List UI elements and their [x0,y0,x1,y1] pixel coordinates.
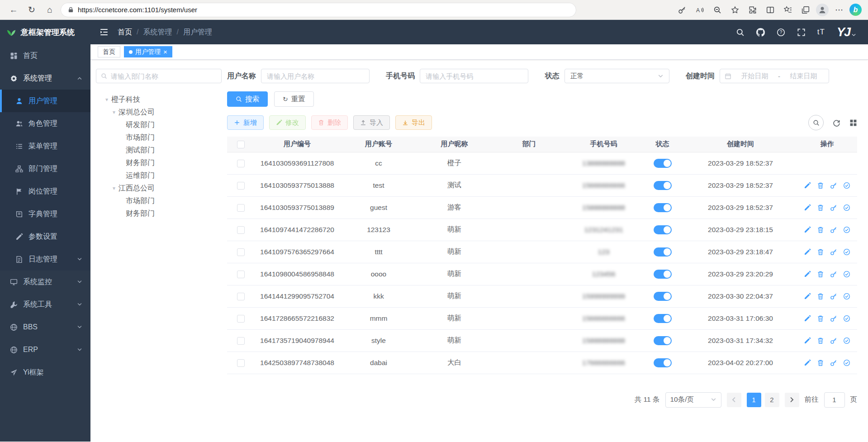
favorites-icon[interactable] [781,3,795,17]
tree-node[interactable]: 研发部门 [96,119,222,131]
reset-password-icon[interactable] [830,226,837,233]
edit-icon[interactable] [804,337,811,344]
date-range-picker[interactable]: 开始日期 - 结束日期 [720,69,829,83]
status-toggle[interactable] [654,225,672,234]
sidebar-item-erp[interactable]: ERP [0,338,90,361]
collapse-sidebar-icon[interactable] [100,28,109,37]
status-toggle[interactable] [654,270,672,279]
github-icon[interactable] [756,28,765,37]
row-checkbox[interactable] [237,160,245,167]
reset-password-icon[interactable] [830,337,837,344]
back-icon[interactable]: ← [6,3,21,17]
close-icon[interactable]: × [163,48,167,55]
page-button-1[interactable]: 1 [747,393,761,407]
tree-node[interactable]: 测试部门 [96,144,222,157]
address-bar[interactable]: https://ccnetcore.com:1101/system/user [61,3,576,17]
assign-role-icon[interactable] [843,271,850,278]
fullscreen-icon[interactable] [797,28,806,37]
row-checkbox[interactable] [237,337,245,345]
edit-icon[interactable] [804,182,811,189]
refresh-table-button[interactable] [833,119,840,127]
reset-password-icon[interactable] [830,293,837,300]
edit-button[interactable]: 修改 [269,115,306,130]
status-toggle[interactable] [654,181,672,190]
assign-role-icon[interactable] [843,359,850,366]
split-screen-icon[interactable] [763,3,778,17]
status-toggle[interactable] [654,247,672,257]
status-select[interactable]: 正常 [564,69,669,83]
extensions-icon[interactable] [745,3,760,17]
page-size-select[interactable]: 10条/页 [665,392,721,408]
status-toggle[interactable] [654,159,672,168]
user-logo[interactable]: YJ [837,26,856,38]
reset-password-icon[interactable] [830,248,837,256]
reset-password-icon[interactable] [830,182,837,189]
reset-password-icon[interactable] [830,204,837,211]
search-button[interactable]: 搜索 [227,91,268,107]
read-aloud-icon[interactable]: A [693,3,707,17]
tree-node[interactable]: 财务部门 [96,207,222,220]
delete-icon[interactable] [817,359,824,366]
dept-search-input[interactable] [111,72,217,80]
sidebar-item-post[interactable]: 岗位管理 [0,180,90,203]
row-checkbox[interactable] [237,248,245,256]
sidebar-item-monitor[interactable]: 系统监控 [0,271,90,293]
zoom-icon[interactable] [710,3,725,17]
breadcrumb-item[interactable]: 首页 [118,28,132,37]
assign-role-icon[interactable] [843,204,850,211]
sidebar-item-user[interactable]: 用户管理 [0,90,90,112]
sidebar-item-dict[interactable]: 字典管理 [0,203,90,225]
page-button-2[interactable]: 2 [765,393,779,407]
row-checkbox[interactable] [237,271,245,278]
font-size-icon[interactable]: tT [817,28,825,37]
refresh-icon[interactable]: ↻ [24,3,39,17]
row-checkbox[interactable] [237,204,245,212]
reset-password-icon[interactable] [830,271,837,278]
toggle-search-button[interactable] [808,115,824,130]
caret-down-icon[interactable]: ▾ [102,97,111,102]
row-checkbox[interactable] [237,359,245,367]
sidebar-item-yi[interactable]: Yi框架 [0,361,90,384]
assign-role-icon[interactable] [843,315,850,322]
edit-icon[interactable] [804,293,811,300]
delete-icon[interactable] [817,182,824,189]
prev-page-button[interactable] [727,393,741,407]
sidebar-item-dept[interactable]: 部门管理 [0,157,90,180]
row-checkbox[interactable] [237,293,245,300]
status-toggle[interactable] [654,314,672,323]
edit-icon[interactable] [804,271,811,278]
delete-icon[interactable] [817,337,824,344]
tree-node[interactable]: 财务部门 [96,157,222,169]
row-checkbox[interactable] [237,182,245,190]
sidebar-item-home[interactable]: 首页 [0,44,90,67]
caret-down-icon[interactable]: ▾ [109,109,119,115]
sidebar-item-log[interactable]: 日志管理 [0,248,90,271]
home-icon[interactable]: ⌂ [43,3,57,17]
collections-icon[interactable] [798,3,813,17]
username-input[interactable] [261,69,370,83]
sidebar-item-role[interactable]: 角色管理 [0,112,90,135]
status-toggle[interactable] [654,336,672,345]
edit-icon[interactable] [804,248,811,256]
edit-icon[interactable] [804,359,811,366]
assign-role-icon[interactable] [843,293,850,300]
row-checkbox[interactable] [237,315,245,323]
question-icon[interactable]: ? [777,28,785,37]
edit-icon[interactable] [804,226,811,233]
tree-node[interactable]: ▾江西总公司 [96,182,222,195]
status-toggle[interactable] [654,203,672,212]
delete-icon[interactable] [817,204,824,211]
search-icon[interactable] [736,28,745,37]
phone-input[interactable] [420,69,528,83]
tree-node[interactable]: 运维部门 [96,169,222,182]
status-toggle[interactable] [654,292,672,301]
key-icon[interactable] [675,3,689,17]
sidebar-item-menu[interactable]: 菜单管理 [0,135,90,157]
delete-button[interactable]: 删除 [311,115,348,130]
delete-icon[interactable] [817,248,824,256]
profile-avatar[interactable] [816,4,829,16]
edit-icon[interactable] [804,315,811,322]
sidebar-item-system[interactable]: 系统管理 [0,67,90,90]
tree-node[interactable]: ▾橙子科技 [96,93,222,106]
tree-node[interactable]: ▾深圳总公司 [96,106,222,119]
